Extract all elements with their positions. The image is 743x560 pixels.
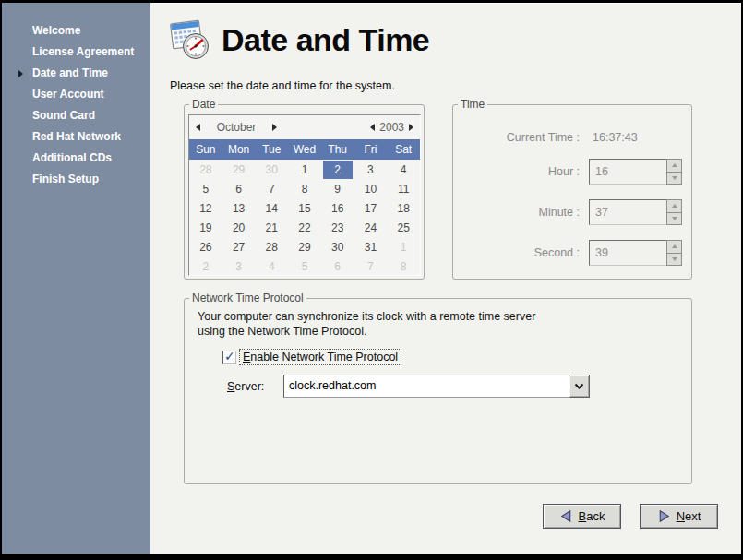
next-button[interactable]: Next [640, 504, 718, 529]
sidebar-item-welcome[interactable]: Welcome [2, 20, 150, 42]
hour-label: Hour : [453, 165, 580, 178]
calendar-day-cell[interactable]: 22 [290, 219, 319, 237]
hour-row: Hour :16 [453, 159, 682, 185]
calendar-day-cell[interactable]: 30 [323, 238, 353, 256]
calendar-day-cell[interactable]: 7 [257, 180, 286, 198]
sidebar-item-label: User Account [32, 88, 104, 101]
calendar-day-cell[interactable]: 4 [389, 161, 418, 179]
second-input: 39 [589, 240, 666, 266]
ntp-description-line1: Your computer can synchronize its clock … [198, 309, 535, 324]
sidebar-item-label: Sound Card [32, 109, 95, 122]
calendar-day-cell[interactable]: 14 [257, 199, 286, 218]
spin-up-arrow-icon [672, 163, 677, 167]
calendar-day-cell[interactable]: 13 [224, 199, 254, 218]
server-input[interactable]: clock.redhat.com [283, 375, 569, 398]
calendar-day-cell[interactable]: 29 [290, 238, 319, 256]
ntp-frame-label: Network Time Protocol [189, 292, 306, 304]
next-year-arrow-icon[interactable] [409, 124, 413, 131]
sidebar-item-additional-cds[interactable]: Additional CDs [2, 148, 150, 169]
enable-ntp-checkbox[interactable]: ✓ [222, 351, 236, 364]
calendar-day-cell[interactable]: 12 [191, 199, 221, 218]
calendar-day-cell[interactable]: 10 [356, 180, 386, 198]
server-dropdown-button[interactable] [569, 375, 590, 398]
ntp-checkbox-row: ✓ Enable Network Time Protocol [222, 350, 401, 364]
calendar-grid: 2829301234567891011121314151617181920212… [189, 160, 420, 276]
calendar-day-cell[interactable]: 20 [224, 219, 254, 237]
calendar-day-cell[interactable]: 15 [290, 199, 319, 218]
current-time-label: Current Time : [453, 131, 580, 144]
ntp-frame: Network Time Protocol Your computer can … [184, 298, 692, 484]
hour-spinner: 16 [589, 159, 682, 185]
calendar-day-cell[interactable]: 30 [257, 161, 286, 179]
server-combobox: clock.redhat.com [283, 375, 590, 398]
current-time-row: Current Time : 16:37:43 [453, 131, 691, 146]
sidebar-item-red-hat-network[interactable]: Red Hat Network [2, 126, 150, 148]
calendar-day-cell[interactable]: 31 [356, 238, 386, 256]
calendar-day-cell[interactable]: 9 [323, 180, 353, 198]
sidebar-item-date-and-time[interactable]: Date and Time [2, 63, 150, 84]
calendar-day-cell[interactable]: 1 [290, 161, 319, 179]
minute-spin-down-button [666, 213, 682, 226]
sidebar-item-finish-setup[interactable]: Finish Setup [2, 169, 150, 190]
chevron-down-icon [574, 382, 584, 390]
prev-month-arrow-icon[interactable] [196, 124, 200, 131]
spin-up-arrow-icon [672, 244, 677, 248]
calendar-day-header-row: SunMonTueWedThuFriSat [189, 139, 420, 160]
calendar-day-cell[interactable]: 6 [224, 180, 254, 198]
active-item-arrow-icon [18, 70, 23, 77]
calendar-day-cell[interactable]: 1 [389, 238, 418, 256]
hour-spin-up-button [666, 159, 682, 173]
calendar-day-header-fri: Fri [354, 143, 388, 156]
calendar-day-header-thu: Thu [321, 143, 354, 156]
time-frame: Time Current Time : 16:37:43 Hour :16Min… [452, 104, 692, 280]
calendar-day-cell[interactable]: 5 [191, 180, 221, 198]
spin-down-arrow-icon [672, 257, 677, 261]
date-frame: Date October 2003 SunMonTueWedThuFriSat … [184, 104, 425, 280]
calendar-day-cell[interactable]: 3 [356, 161, 386, 179]
calendar-day-cell[interactable]: 24 [356, 219, 386, 237]
sidebar-item-user-account[interactable]: User Account [2, 84, 150, 105]
sidebar-item-label: Red Hat Network [32, 130, 121, 143]
enable-ntp-label[interactable]: Enable Network Time Protocol [240, 350, 401, 364]
calendar-day-cell[interactable]: 8 [389, 257, 418, 276]
sidebar-item-sound-card[interactable]: Sound Card [2, 105, 150, 126]
calendar-day-cell[interactable]: 4 [257, 257, 286, 276]
minute-spin-buttons [666, 199, 682, 225]
calendar-day-cell[interactable]: 25 [389, 219, 418, 237]
calendar: October 2003 SunMonTueWedThuFriSat 28293… [188, 114, 421, 276]
hour-spin-buttons [666, 159, 682, 185]
next-month-arrow-icon[interactable] [272, 124, 277, 131]
calendar-day-cell[interactable]: 5 [290, 257, 319, 276]
next-arrow-icon [657, 509, 671, 523]
setup-wizard-window: WelcomeLicense AgreementDate and TimeUse… [2, 3, 741, 554]
calendar-day-cell[interactable]: 18 [389, 199, 418, 218]
calendar-day-cell[interactable]: 16 [323, 199, 353, 218]
sidebar-item-label: Additional CDs [32, 151, 112, 164]
spin-down-arrow-icon [672, 217, 677, 220]
calendar-day-cell[interactable]: 28 [257, 238, 286, 256]
second-spin-up-button [666, 240, 682, 254]
calendar-day-cell[interactable]: 21 [257, 219, 286, 237]
calendar-day-cell[interactable]: 27 [224, 238, 254, 256]
minute-label: Minute : [453, 206, 580, 219]
sidebar-nav: WelcomeLicense AgreementDate and TimeUse… [2, 20, 150, 190]
calendar-day-cell[interactable]: 2 [323, 161, 353, 179]
prev-year-arrow-icon[interactable] [370, 124, 375, 131]
sidebar-item-license-agreement[interactable]: License Agreement [2, 42, 150, 63]
calendar-day-cell[interactable]: 11 [389, 180, 418, 198]
sidebar-item-label: Finish Setup [32, 173, 99, 185]
calendar-nav: October 2003 [189, 115, 420, 139]
calendar-day-cell[interactable]: 29 [224, 161, 254, 179]
calendar-day-cell[interactable]: 19 [191, 219, 221, 237]
calendar-day-cell[interactable]: 6 [323, 257, 353, 276]
calendar-day-cell[interactable]: 17 [356, 199, 386, 218]
back-button[interactable]: Back [543, 504, 621, 529]
calendar-day-cell[interactable]: 7 [356, 257, 386, 276]
calendar-day-cell[interactable]: 8 [290, 180, 319, 198]
calendar-day-cell[interactable]: 2 [191, 257, 221, 276]
calendar-day-cell[interactable]: 28 [191, 161, 221, 179]
calendar-day-cell[interactable]: 3 [224, 257, 254, 276]
current-time-value: 16:37:43 [593, 131, 638, 144]
calendar-day-cell[interactable]: 23 [323, 219, 353, 237]
calendar-day-cell[interactable]: 26 [191, 238, 221, 256]
